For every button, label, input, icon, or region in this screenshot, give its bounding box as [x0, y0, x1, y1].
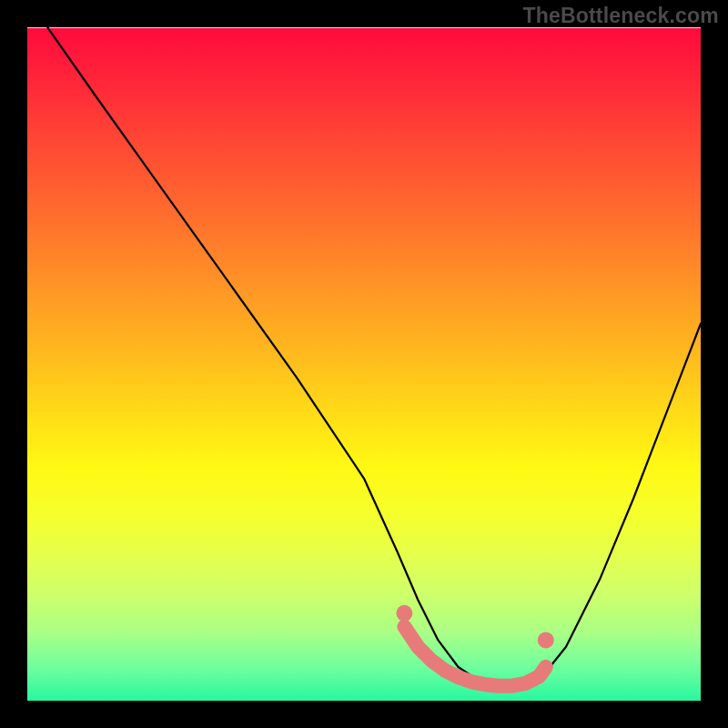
bottleneck-floor-path [404, 627, 545, 686]
floor-cap-dot [396, 605, 412, 622]
chart-frame: TheBottleneck.com [0, 0, 728, 728]
curve-svg [27, 27, 701, 701]
plot-area [27, 27, 701, 701]
floor-cap-dot [538, 632, 554, 648]
watermark-label: TheBottleneck.com [522, 4, 719, 28]
bottleneck-curve-path [47, 27, 701, 687]
